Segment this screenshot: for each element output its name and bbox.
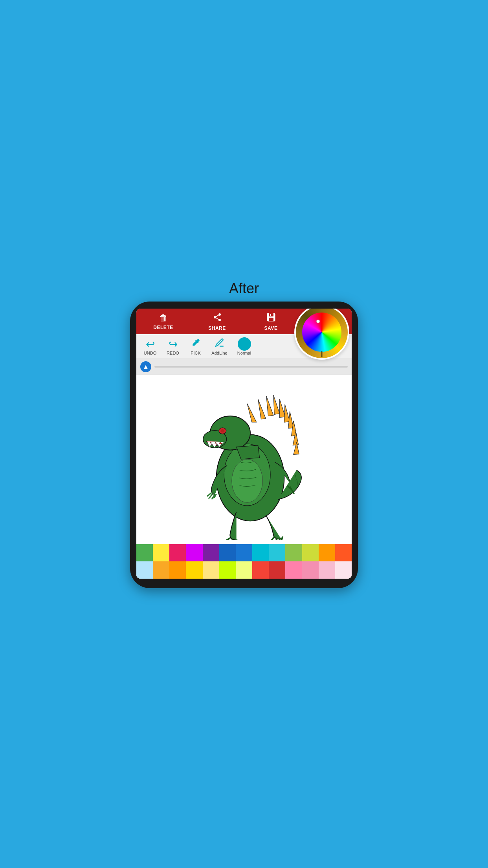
phone-screen: 🗑 DELETE SHARE: [136, 309, 352, 579]
svg-point-2: [218, 319, 221, 321]
share-button[interactable]: SHARE: [205, 313, 229, 331]
pick-label: PICK: [191, 351, 201, 355]
svg-marker-18: [266, 396, 273, 416]
color-swatch-orange2[interactable]: [169, 561, 186, 579]
color-swatch-lightyellow[interactable]: [236, 561, 252, 579]
color-wheel-inner[interactable]: [302, 313, 341, 352]
addline-icon: [215, 338, 225, 351]
delete-label: DELETE: [153, 325, 173, 330]
pick-icon: [191, 338, 201, 351]
svg-line-4: [216, 315, 218, 316]
save-label: SAVE: [264, 326, 278, 331]
redo-label: REDO: [167, 351, 179, 355]
addline-button[interactable]: AddLine: [209, 338, 230, 355]
normal-color-circle: [238, 337, 251, 351]
color-swatch-lightpink[interactable]: [285, 561, 302, 579]
svg-marker-19: [273, 395, 280, 414]
color-swatch-lightblue[interactable]: [136, 561, 153, 579]
color-swatch-green[interactable]: [136, 544, 153, 561]
color-palette: [136, 544, 352, 579]
brush-size-slider[interactable]: [154, 366, 348, 368]
color-swatch-orange[interactable]: [319, 544, 335, 561]
svg-point-15: [220, 429, 224, 432]
expand-icon: ▲: [143, 363, 149, 370]
share-icon: [213, 313, 222, 324]
pick-button[interactable]: PICK: [186, 338, 205, 355]
color-swatch-palerose[interactable]: [319, 561, 335, 579]
svg-line-3: [216, 318, 218, 319]
color-wheel-ring: [296, 309, 348, 358]
color-swatch-deeporange[interactable]: [335, 544, 352, 561]
phone-outer: 🗑 DELETE SHARE: [130, 302, 358, 588]
color-swatch-gold[interactable]: [186, 561, 202, 579]
undo-icon: ↩: [146, 338, 155, 351]
normal-label: Normal: [237, 351, 251, 355]
color-swatch-yellow2[interactable]: [203, 561, 219, 579]
redo-button[interactable]: ↪ REDO: [163, 338, 183, 355]
delete-icon: 🗑: [159, 313, 168, 323]
svg-rect-7: [269, 318, 273, 321]
share-label: SHARE: [208, 326, 226, 331]
normal-button[interactable]: Normal: [233, 337, 255, 355]
svg-point-11: [232, 460, 263, 503]
color-swatch-darkblue[interactable]: [219, 544, 236, 561]
undo-label: UNDO: [144, 351, 156, 355]
expand-brush-button[interactable]: ▲: [140, 361, 151, 372]
svg-point-0: [218, 313, 221, 316]
color-swatch-crimson[interactable]: [269, 561, 285, 579]
svg-rect-8: [270, 314, 271, 316]
color-swatch-blue[interactable]: [236, 544, 252, 561]
delete-button[interactable]: 🗑 DELETE: [152, 313, 175, 330]
color-swatch-hotpink[interactable]: [169, 544, 186, 561]
color-swatch-chartreuse[interactable]: [219, 561, 236, 579]
color-swatch-amber[interactable]: [153, 561, 169, 579]
godzilla-drawing: [142, 379, 347, 540]
color-swatch-white[interactable]: [335, 561, 352, 579]
canvas-area[interactable]: [136, 375, 352, 544]
color-swatch-teal[interactable]: [269, 544, 285, 561]
after-label: After: [229, 280, 259, 297]
color-swatch-purple[interactable]: [203, 544, 219, 561]
color-swatch-lime[interactable]: [302, 544, 319, 561]
color-wheel-white-dot: [316, 320, 320, 323]
svg-point-1: [214, 316, 216, 318]
color-indicator: [321, 351, 323, 357]
controls-row: ▲: [136, 359, 352, 375]
page-wrapper: After 🗑 DELETE SH: [122, 280, 366, 588]
color-swatch-lightgreen[interactable]: [285, 544, 302, 561]
color-swatch-red[interactable]: [252, 561, 269, 579]
svg-marker-16: [247, 404, 257, 422]
color-swatch-yellow[interactable]: [153, 544, 169, 561]
color-swatch-cyan[interactable]: [252, 544, 269, 561]
palette-row-2: [136, 561, 352, 579]
palette-row-1: [136, 544, 352, 561]
redo-icon: ↪: [169, 338, 178, 351]
color-swatch-magenta[interactable]: [186, 544, 202, 561]
save-icon: [266, 313, 276, 324]
svg-marker-17: [258, 399, 266, 419]
undo-button[interactable]: ↩ UNDO: [140, 338, 160, 355]
addline-label: AddLine: [211, 351, 227, 355]
save-button[interactable]: SAVE: [259, 313, 283, 331]
color-swatch-pink2[interactable]: [302, 561, 319, 579]
